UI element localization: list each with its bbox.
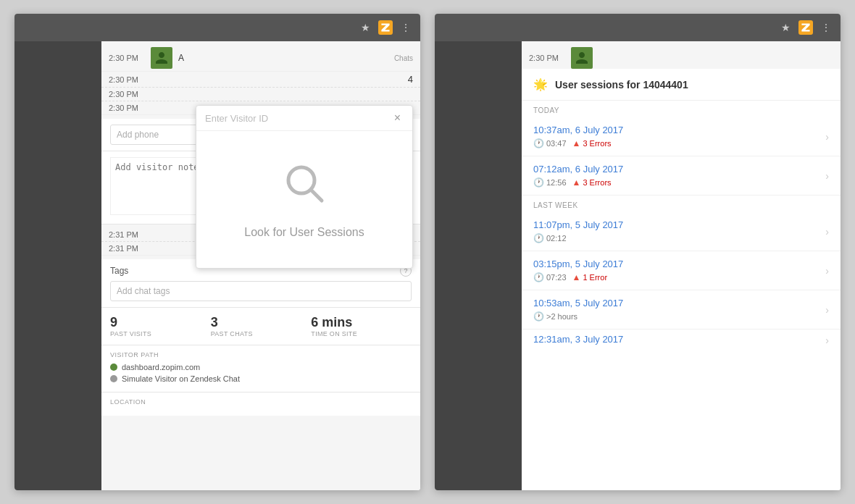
panel2-toolbar: ★ ⋮ [435, 14, 841, 41]
table-row: 2:30 PM [522, 45, 841, 72]
sessions-icon: 🌟 [533, 77, 548, 91]
search-popup-header: × [196, 106, 412, 131]
error-triangle-icon: ▲ [572, 177, 581, 188]
time-label: 2:31 PM [109, 244, 145, 253]
time-label: 2:30 PM [109, 75, 145, 84]
today-label: TODAY [522, 101, 841, 117]
avatar [571, 47, 593, 69]
search-popup: × Look for User Sessions [196, 105, 413, 269]
sessions-header: 🌟 User sessions for 14044401 [522, 69, 841, 101]
session-duration: 🕐 02:12 [533, 233, 567, 243]
chats-column: Chats [394, 54, 413, 62]
panel2-sidebar [435, 41, 522, 490]
session-info: 10:53am, 5 July 2017 🕐 >2 hours [533, 298, 623, 322]
error-triangle-icon: ▲ [572, 272, 581, 282]
path-dot-gray [110, 375, 117, 382]
session-item[interactable]: 11:07pm, 5 July 2017 🕐 02:12 › [522, 212, 841, 251]
table-row: 2:30 PM A Chats [101, 45, 420, 72]
star-icon[interactable]: ★ [778, 20, 793, 35]
session-date: 11:07pm, 5 July 2017 [533, 219, 623, 230]
session-item[interactable]: 10:53am, 5 July 2017 🕐 >2 hours › [522, 290, 841, 329]
search-icon [281, 160, 328, 214]
chevron-right-icon: › [825, 304, 829, 316]
session-meta: 🕐 12:56 ▲ 3 Errors [533, 177, 623, 188]
panel1-sidebar [14, 41, 101, 490]
last-week-label: LAST WEEK [522, 196, 841, 212]
close-button[interactable]: × [391, 112, 404, 125]
session-date: 07:12am, 6 July 2017 [533, 164, 623, 175]
session-meta: 🕐 02:12 [533, 233, 623, 243]
avatar [151, 47, 172, 69]
more-icon[interactable]: ⋮ [399, 20, 413, 35]
error-badge: ▲ 3 Errors [572, 177, 612, 188]
session-info: 12:31am, 3 July 2017 [533, 334, 623, 348]
search-popup-overlay: × Look for User Sessions [188, 69, 420, 490]
search-popup-body: Look for User Sessions [196, 131, 412, 268]
duration-value: 12:56 [546, 178, 567, 187]
session-info: 11:07pm, 5 July 2017 🕐 02:12 [533, 219, 623, 243]
session-date: 12:31am, 3 July 2017 [533, 334, 623, 345]
session-date: 03:15pm, 5 July 2017 [533, 259, 623, 269]
more-icon[interactable]: ⋮ [819, 20, 833, 35]
error-badge: ▲ 1 Error [572, 272, 608, 282]
session-info: 07:12am, 6 July 2017 🕐 12:56 ▲ 3 Errors [533, 164, 623, 188]
error-count: 3 Errors [583, 178, 611, 187]
session-info: 10:37am, 6 July 2017 🕐 03:47 ▲ 3 Errors [533, 125, 623, 148]
duration-value: 07:23 [546, 273, 567, 282]
chevron-right-icon: › [825, 335, 829, 346]
search-popup-label: Look for User Sessions [244, 226, 364, 239]
chevron-right-icon: › [825, 226, 829, 238]
tags-label: Tags [110, 266, 128, 276]
path-dot-green [110, 364, 117, 371]
session-date: 10:37am, 6 July 2017 [533, 125, 623, 135]
panel-1: ★ ⋮ 2:30 PM [14, 14, 420, 490]
panel1-content: 2:30 PM A Chats 2:30 PM 4 [14, 41, 420, 490]
duration-value: 03:47 [546, 139, 567, 148]
clock-icon: 🕐 [533, 311, 544, 322]
sessions-title: User sessions for 14044401 [555, 79, 688, 91]
panel-2: ★ ⋮ 2:30 PM [435, 14, 841, 490]
star-icon[interactable]: ★ [358, 20, 372, 35]
session-meta: 🕐 >2 hours [533, 311, 623, 322]
error-count: 3 Errors [583, 139, 611, 148]
chevron-right-icon: › [825, 131, 829, 143]
session-item[interactable]: 12:31am, 3 July 2017 › [522, 329, 841, 351]
visitor-name: A [178, 53, 184, 63]
error-badge: ▲ 3 Errors [572, 138, 612, 148]
time-label: 2:30 PM [109, 104, 145, 112]
chevron-right-icon: › [825, 265, 829, 277]
sessions-popup: 🌟 User sessions for 14044401 TODAY 10:37… [522, 69, 841, 490]
session-item[interactable]: 07:12am, 6 July 2017 🕐 12:56 ▲ 3 Errors [522, 156, 841, 196]
panel2-content: 2:30 PM 2:30 PM 2:30 PM 2:30 PM [435, 41, 841, 490]
clock-icon: 🕐 [533, 138, 544, 148]
session-duration: 🕐 07:23 [533, 272, 567, 282]
zopim-icon[interactable] [798, 20, 813, 35]
clock-icon: 🕐 [533, 233, 544, 243]
panel2-main: 2:30 PM 2:30 PM 2:30 PM 2:30 PM [522, 41, 841, 490]
session-duration: 🕐 03:47 [533, 138, 567, 148]
chats-header: Chats [394, 54, 413, 62]
visitor-id-input[interactable] [205, 113, 391, 124]
panel1-toolbar: ★ ⋮ [14, 14, 420, 41]
time-label: 2:30 PM [529, 54, 565, 62]
session-duration: 🕐 12:56 [533, 177, 567, 188]
svg-line-1 [311, 190, 322, 201]
time-label: 2:30 PM [109, 90, 145, 98]
duration-value: 02:12 [546, 234, 567, 243]
session-duration: 🕐 >2 hours [533, 311, 577, 322]
session-info: 03:15pm, 5 July 2017 🕐 07:23 ▲ 1 Error [533, 259, 623, 282]
time-label: 2:30 PM [109, 54, 145, 62]
session-item[interactable]: 10:37am, 6 July 2017 🕐 03:47 ▲ 3 Errors [522, 117, 841, 156]
panel1-main: 2:30 PM A Chats 2:30 PM 4 [101, 41, 420, 490]
chevron-right-icon: › [825, 170, 829, 182]
session-date: 10:53am, 5 July 2017 [533, 298, 623, 308]
time-label: 2:31 PM [109, 230, 145, 239]
clock-icon: 🕐 [533, 272, 544, 282]
session-meta: 🕐 03:47 ▲ 3 Errors [533, 138, 623, 148]
duration-value: >2 hours [546, 312, 577, 321]
session-item[interactable]: 03:15pm, 5 July 2017 🕐 07:23 ▲ 1 Error [522, 251, 841, 290]
zopim-icon[interactable] [378, 20, 393, 35]
session-meta: 🕐 07:23 ▲ 1 Error [533, 272, 623, 282]
clock-icon: 🕐 [533, 177, 544, 188]
error-triangle-icon: ▲ [572, 138, 581, 148]
